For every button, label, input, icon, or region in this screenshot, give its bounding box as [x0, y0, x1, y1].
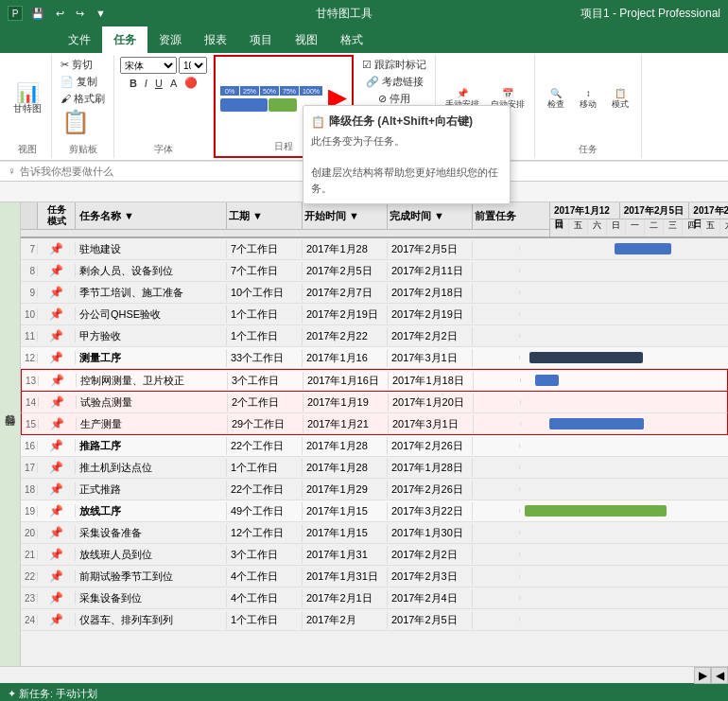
tab-file[interactable]: 文件	[57, 26, 102, 53]
highlight-color-button[interactable]: 🔴	[182, 76, 200, 90]
task-row-15[interactable]: 15 📌 生产测量 29个工作日 2017年1月21 2017年3月1日	[21, 413, 728, 435]
view-group-content: 📊 甘特图	[9, 57, 45, 141]
start-11: 2017年2月22	[303, 327, 388, 345]
name-22[interactable]: 前期试验季节工到位	[76, 568, 227, 586]
milestone-icon	[269, 98, 297, 112]
name-24[interactable]: 仪器车、排列车到列	[76, 611, 227, 629]
paste-button[interactable]: 📋	[58, 107, 94, 137]
mode-8: 📌	[38, 264, 76, 277]
tab-resource[interactable]: 资源	[147, 26, 193, 53]
week-1: 2017年1月12日	[550, 202, 620, 219]
name-19[interactable]: 放线工序	[76, 502, 227, 520]
gantt-chart-button[interactable]: 📊 甘特图	[9, 81, 45, 117]
task-row-7: 7 📌 驻地建设 7个工作日 2017年1月28 2017年2月5日	[21, 238, 728, 260]
chart-19	[520, 500, 728, 521]
day-sun1: 日	[607, 219, 626, 237]
name-23[interactable]: 采集设备到位	[76, 589, 227, 607]
dur-18: 22个工作日	[227, 481, 303, 499]
day-tue1: 二	[645, 219, 664, 237]
check-icon: 🔍	[550, 88, 562, 98]
chart-13	[521, 370, 727, 391]
pct-50[interactable]: 50%	[260, 86, 279, 96]
tooltip-body: 此任务变为子任务。 创建层次结构将帮助您更好地组织您的任务。	[311, 133, 502, 196]
font-size-select[interactable]: 10	[179, 57, 207, 74]
tab-view[interactable]: 视图	[284, 26, 329, 53]
row-num-19: 19	[21, 506, 38, 517]
format-brush-button[interactable]: 🖌 格式刷	[58, 91, 108, 107]
gantt-body: 7 📌 驻地建设 7个工作日 2017年1月28 2017年2月5日 8 📌 剩…	[21, 238, 728, 666]
row-num-15: 15	[22, 419, 39, 429]
track-mark-button[interactable]: ☑ 跟踪时标记	[359, 57, 429, 73]
consider-links-button[interactable]: 🔗 考虑链接	[363, 74, 426, 90]
name-15[interactable]: 生产测量	[77, 415, 228, 433]
tab-report[interactable]: 报表	[193, 26, 238, 53]
name-7[interactable]: 驻地建设	[76, 240, 227, 258]
save-button[interactable]: 💾	[28, 8, 47, 20]
move-button[interactable]: ↕ 移动	[573, 86, 603, 113]
name-21[interactable]: 放线班人员到位	[76, 546, 227, 564]
more-quick-button[interactable]: ▼	[93, 8, 109, 19]
end-11: 2017年2月2日	[388, 327, 473, 345]
redo-button[interactable]: ↪	[73, 8, 87, 20]
pred-8	[473, 269, 520, 272]
pred-7	[473, 247, 520, 251]
name-16[interactable]: 推路工序	[76, 437, 227, 455]
day-mon1: 一	[626, 219, 645, 237]
underline-button[interactable]: U	[152, 77, 165, 90]
app-subtitle: 甘特图工具	[316, 6, 373, 22]
scroll-right[interactable]: ▶	[694, 667, 711, 684]
tab-format[interactable]: 格式	[329, 26, 374, 53]
name-9[interactable]: 季节工培训、施工准备	[76, 284, 227, 302]
day-wed1: 三	[664, 219, 683, 237]
end-14: 2017年1月20日	[389, 394, 474, 412]
task-row-22: 22 📌 前期试验季节工到位 4个工作日 2017年1月31日 2017年2月3…	[21, 566, 728, 587]
day-sat2: 六	[720, 219, 728, 237]
tab-project[interactable]: 项目	[238, 26, 284, 53]
percent-row1: 0% 25% 50% 75% 100%	[220, 86, 322, 96]
tooltip-icon: 📋	[311, 115, 325, 129]
mode-17: 📌	[38, 461, 76, 474]
name-11[interactable]: 甲方验收	[76, 327, 227, 345]
task-row-17: 17 📌 推土机到达点位 1个工作日 2017年1月28 2017年1月28日	[21, 457, 728, 479]
undo-button[interactable]: ↩	[53, 8, 67, 20]
cut-button[interactable]: ✂ 剪切	[58, 57, 95, 73]
row-num-13: 13	[22, 376, 39, 386]
row-num-24: 24	[21, 615, 38, 625]
status-bar: ✦ 新任务: 手动计划	[0, 683, 728, 701]
tab-task[interactable]: 任务	[102, 26, 147, 53]
mode-button[interactable]: 📋 模式	[605, 86, 635, 113]
chart-17	[520, 457, 728, 478]
task-row-10: 10 📌 分公司QHSE验收 1个工作日 2017年2月19日 2017年2月1…	[21, 304, 728, 325]
task-row-14[interactable]: 14 📌 试验点测量 2个工作日 2017年1月19 2017年1月20日	[21, 392, 728, 413]
bold-button[interactable]: B	[127, 77, 140, 90]
scroll-left[interactable]: ◀	[711, 667, 728, 684]
chart-10	[520, 304, 728, 324]
name-17[interactable]: 推土机到达点位	[76, 459, 227, 477]
row-num-23: 23	[21, 593, 38, 604]
header-pred: 前置任务	[473, 202, 520, 229]
end-8: 2017年2月11日	[388, 262, 473, 280]
name-8[interactable]: 剩余人员、设备到位	[76, 262, 227, 280]
pct-75[interactable]: 75%	[280, 86, 299, 96]
name-12[interactable]: 测量工序	[76, 349, 227, 367]
chart-week-row: 2017年1月12日 2017年2月5日 2017年2月12日	[550, 202, 728, 219]
name-10[interactable]: 分公司QHSE验收	[76, 306, 227, 324]
font-color-button[interactable]: A	[167, 77, 180, 90]
pct-100[interactable]: 100%	[300, 86, 322, 96]
pct-0[interactable]: 0%	[220, 86, 239, 96]
ribbon-group-clipboard: ✂ 剪切 📄 复制 🖌 格式刷 📋 剪贴板	[52, 55, 114, 158]
name-14[interactable]: 试验点测量	[77, 394, 228, 412]
copy-button[interactable]: 📄 复制	[58, 74, 100, 90]
header-task-name: 任务名称 ▼	[76, 202, 227, 229]
font-family-select[interactable]: 宋体	[120, 57, 177, 74]
name-18[interactable]: 正式推路	[76, 481, 227, 499]
pct-25[interactable]: 25%	[240, 86, 259, 96]
pred-10	[473, 312, 520, 316]
chart-18	[520, 479, 728, 499]
name-13[interactable]: 控制网测量、卫片校正	[77, 372, 228, 390]
task-row-13[interactable]: 13 📌 控制网测量、卫片校正 3个工作日 2017年1月16日 2017年1月…	[21, 369, 728, 392]
check-button[interactable]: 🔍 检查	[541, 86, 571, 113]
horizontal-scroll[interactable]: ▶ ◀	[0, 666, 728, 683]
name-20[interactable]: 采集设备准备	[76, 524, 227, 542]
italic-button[interactable]: I	[142, 77, 150, 90]
